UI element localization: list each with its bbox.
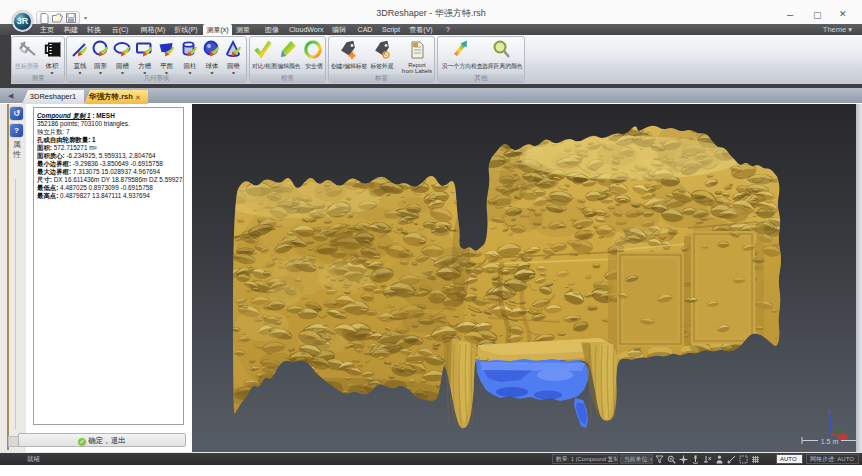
svg-text:1.5 m: 1.5 m (821, 438, 839, 445)
svg-text:z: z (828, 408, 832, 415)
